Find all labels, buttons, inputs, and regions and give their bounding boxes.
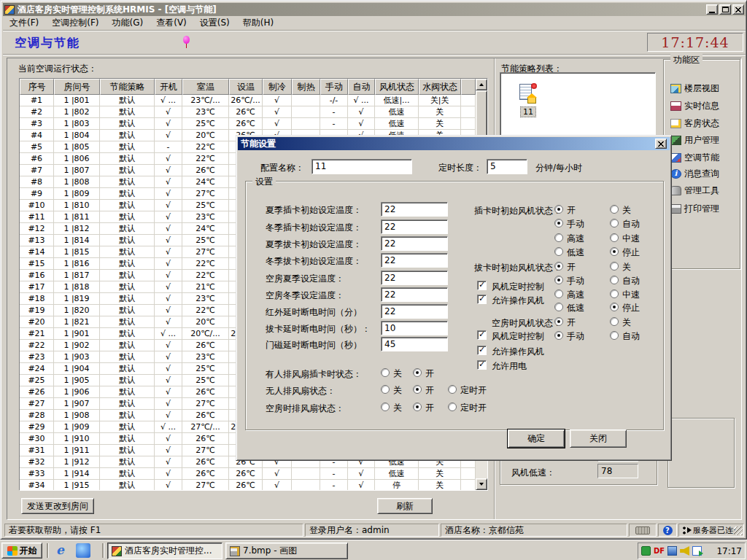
column-header[interactable]: 自动 <box>348 79 375 95</box>
ok-button[interactable]: 确定 <box>508 429 565 448</box>
send-changes-button[interactable]: 发送更改到房间 <box>21 498 94 514</box>
ie-quicklaunch-icon[interactable] <box>54 543 69 558</box>
dialog-close-button[interactable] <box>655 139 667 149</box>
checkbox[interactable] <box>477 330 487 340</box>
strategy-item[interactable]: 11 <box>511 83 546 117</box>
dialog-field-input[interactable]: 45 <box>381 337 448 351</box>
speaker-icon[interactable] <box>680 546 689 556</box>
column-header[interactable]: 制冷 <box>263 79 292 95</box>
column-header[interactable]: 手动 <box>320 79 348 95</box>
menu-item[interactable]: 帮助(H) <box>236 17 280 29</box>
scheduler-icon[interactable] <box>692 546 702 556</box>
dialog-field-input[interactable]: 22 <box>381 219 448 234</box>
scroll-up-button[interactable] <box>476 79 487 90</box>
menu-item[interactable]: 文件(F) <box>3 17 45 29</box>
refresh-button[interactable]: 刷新 <box>377 498 433 514</box>
radio-button[interactable] <box>610 276 619 284</box>
table-row[interactable]: #11 |801默认√ ...23℃/...26℃/...√-/-√ ...低速… <box>20 95 476 106</box>
dialog-field-input[interactable]: 22 <box>381 236 448 251</box>
column-header[interactable]: 开机 <box>155 79 182 95</box>
sidebar-item-print-management[interactable]: 打印管理 <box>670 203 719 215</box>
column-header[interactable]: 节能策略 <box>100 79 155 95</box>
column-header[interactable]: 序号 <box>20 79 54 95</box>
radio-button[interactable] <box>413 368 422 377</box>
table-cell: 默认 <box>100 316 155 328</box>
menu-item[interactable]: 空调控制(F) <box>45 17 105 29</box>
checkbox[interactable] <box>477 346 487 355</box>
radio-button[interactable] <box>554 276 563 284</box>
dialog-field-input[interactable]: 22 <box>381 287 448 302</box>
radio-button[interactable] <box>610 247 619 256</box>
column-header[interactable]: 室温 <box>182 79 229 95</box>
sidebar-item-admin-tools[interactable]: 管理工具 <box>670 184 719 197</box>
taskbar-task-hrmis[interactable]: 酒店客房实时管理控... <box>107 542 222 559</box>
radio-button[interactable] <box>554 219 563 228</box>
minimize-button[interactable] <box>706 4 718 15</box>
radio-button[interactable] <box>448 385 457 394</box>
column-header[interactable]: 水阀状态 <box>419 79 461 95</box>
sidebar-item-message-query[interactable]: 消息查询 <box>670 168 719 180</box>
radio-button[interactable] <box>610 289 619 298</box>
radio-button[interactable] <box>554 303 563 311</box>
tray-icon-green[interactable] <box>641 546 651 556</box>
close-button[interactable] <box>732 4 744 15</box>
menu-item[interactable]: 查看(V) <box>150 17 193 29</box>
radio-button[interactable] <box>413 385 422 394</box>
radio-button[interactable] <box>554 317 563 326</box>
checkbox[interactable] <box>477 295 487 304</box>
table-cell: 23℃/... <box>182 95 229 106</box>
table-row[interactable]: #331 |914默认√26℃26℃√-√低速关 <box>20 468 476 480</box>
radio-button[interactable] <box>381 385 390 394</box>
maximize-button[interactable] <box>719 4 731 15</box>
checkbox[interactable] <box>477 360 487 370</box>
column-header[interactable]: 设温 <box>229 79 263 95</box>
dialog-titlebar[interactable]: 节能设置 <box>238 137 670 150</box>
network-icon[interactable] <box>667 546 677 556</box>
table-cell: √ <box>155 468 182 480</box>
table-row[interactable]: #31 |803默认√25℃26℃√-√低速关 <box>20 118 476 130</box>
radio-button[interactable] <box>554 262 563 271</box>
start-button[interactable]: 开始 <box>1 542 42 559</box>
radio-button[interactable] <box>610 262 619 271</box>
menu-item[interactable]: 设置(S) <box>193 17 236 29</box>
radio-button[interactable] <box>554 205 563 214</box>
radio-button[interactable] <box>413 402 422 411</box>
radio-button[interactable] <box>610 317 619 326</box>
radio-button[interactable] <box>554 289 563 298</box>
quicklaunch-icon[interactable] <box>76 543 90 558</box>
sidebar-item-room-status[interactable]: 客房状态 <box>670 117 719 130</box>
radio-button[interactable] <box>448 402 457 411</box>
column-header[interactable]: 房间号 <box>54 79 100 95</box>
radio-button[interactable] <box>381 402 390 411</box>
resize-grip[interactable] <box>734 526 743 535</box>
sidebar-item-user-management[interactable]: 用户管理 <box>670 134 719 147</box>
taskbar-task-paint[interactable]: 7.bmp - 画图 <box>225 542 348 559</box>
fan-low-input[interactable]: 78 <box>597 464 638 478</box>
status-help-btn[interactable] <box>658 524 677 537</box>
menu-item[interactable]: 功能(G) <box>106 17 150 29</box>
config-name-input[interactable]: 11 <box>311 159 412 174</box>
sidebar-item-hvac-energy[interactable]: 空调节能 <box>670 152 719 164</box>
dialog-field-input[interactable]: 22 <box>381 304 448 319</box>
sidebar-item-realtime-info[interactable]: 实时信息 <box>670 100 719 112</box>
status-keyboard[interactable] <box>629 524 657 537</box>
scroll-down-button[interactable] <box>476 478 487 490</box>
radio-button[interactable] <box>554 247 563 256</box>
radio-button[interactable] <box>610 233 619 242</box>
column-header[interactable]: 风机状态 <box>375 79 419 95</box>
dialog-close-button2[interactable]: 关闭 <box>570 429 627 448</box>
radio-button[interactable] <box>610 303 619 311</box>
radio-button[interactable] <box>381 368 390 377</box>
checkbox[interactable] <box>477 281 487 290</box>
radio-button[interactable] <box>554 331 563 340</box>
radio-button[interactable] <box>610 219 619 228</box>
radio-button[interactable] <box>554 233 563 242</box>
table-row[interactable]: #341 |915默认√27℃26℃√-√停关 <box>20 480 476 490</box>
radio-button[interactable] <box>610 331 619 340</box>
timer-length-input[interactable]: 5 <box>487 159 527 174</box>
column-header[interactable]: 制热 <box>292 79 320 95</box>
table-row[interactable]: #21 |802默认√23℃26℃√-√低速关 <box>20 106 476 118</box>
radio-button[interactable] <box>610 205 619 214</box>
sidebar-item-floor-view[interactable]: 楼层视图 <box>670 82 719 95</box>
tray-input-indicator[interactable]: DF <box>654 547 665 555</box>
